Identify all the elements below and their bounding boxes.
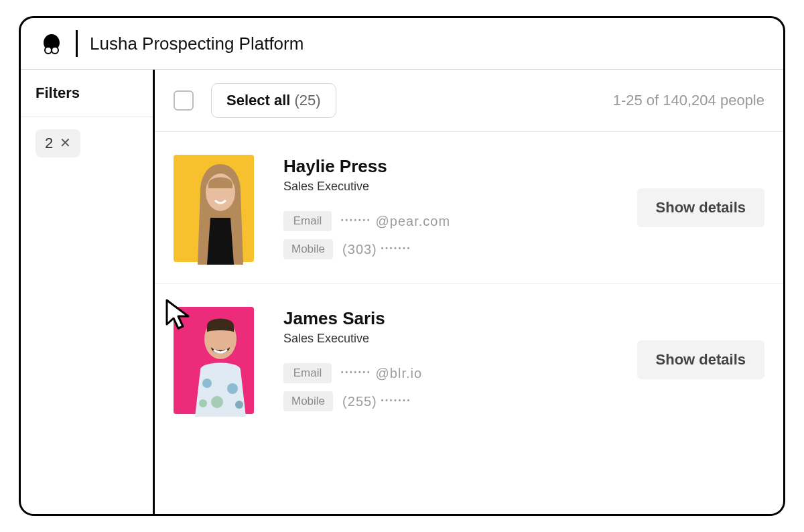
select-all-checkbox[interactable]: [174, 90, 194, 111]
svg-point-7: [227, 383, 238, 394]
app-title: Lusha Prospecting Platform: [90, 34, 304, 54]
sidebar: Filters 2 ✕: [21, 70, 155, 514]
person-name: Haylie Press: [283, 156, 614, 177]
sidebar-body: 2 ✕: [21, 117, 153, 170]
email-row: Email ••••••• @blr.io: [283, 363, 614, 383]
people-list: Haylie Press Sales Executive Email •••••…: [155, 132, 783, 514]
avatar: [174, 151, 261, 265]
active-filter-chip[interactable]: 2 ✕: [36, 129, 80, 157]
person-card: Haylie Press Sales Executive Email •••••…: [155, 132, 783, 284]
app-window: Lusha Prospecting Platform Filters 2 ✕: [19, 16, 785, 516]
mobile-badge: Mobile: [283, 239, 333, 259]
mobile-mask-dots: •••••••: [381, 397, 412, 404]
email-badge: Email: [283, 363, 332, 383]
avatar: [174, 303, 261, 417]
svg-point-8: [211, 396, 223, 408]
mobile-mask-dots: •••••••: [381, 245, 412, 252]
show-details-button[interactable]: Show details: [637, 188, 764, 227]
mobile-row: Mobile (303) •••••••: [283, 239, 614, 259]
show-details-button[interactable]: Show details: [637, 340, 764, 379]
avatar-image: [180, 151, 261, 265]
person-title: Sales Executive: [283, 332, 614, 346]
select-all-button[interactable]: Select all (25): [211, 83, 336, 118]
close-icon: ✕: [60, 135, 71, 151]
email-visible: @pear.com: [376, 214, 451, 229]
email-mask-dots: •••••••: [341, 369, 372, 376]
avatar-image: [180, 303, 261, 417]
header-divider: [76, 30, 78, 57]
mobile-row: Mobile (255) •••••••: [283, 391, 614, 411]
app-body: Filters 2 ✕ Select all (25): [21, 70, 783, 514]
select-all-label: Select all: [226, 92, 290, 109]
person-name: James Saris: [283, 308, 614, 329]
active-filter-count: 2: [45, 135, 53, 152]
email-mask-dots: •••••••: [341, 216, 372, 224]
mobile-visible: (255): [342, 394, 377, 409]
main-panel: Select all (25) 1-25 of 140,204 people: [155, 70, 783, 514]
mobile-visible: (303): [342, 242, 377, 257]
email-badge: Email: [283, 211, 332, 231]
result-range: 1-25 of 140,204 people: [613, 92, 764, 109]
svg-point-10: [199, 399, 207, 407]
mobile-badge: Mobile: [283, 391, 333, 411]
email-visible: @blr.io: [376, 366, 423, 381]
list-toolbar: Select all (25) 1-25 of 140,204 people: [155, 70, 783, 132]
person-title: Sales Executive: [283, 180, 614, 194]
person-info: James Saris Sales Executive Email ••••••…: [283, 308, 614, 411]
svg-point-9: [235, 401, 243, 409]
svg-point-6: [202, 379, 212, 388]
sidebar-filters-heading: Filters: [21, 70, 153, 117]
person-info: Haylie Press Sales Executive Email •••••…: [283, 156, 614, 259]
app-header: Lusha Prospecting Platform: [21, 18, 783, 70]
email-row: Email ••••••• @pear.com: [283, 211, 614, 231]
person-card: James Saris Sales Executive Email ••••••…: [155, 284, 783, 436]
select-all-count: (25): [294, 92, 320, 109]
lusha-logo-icon: [40, 31, 64, 56]
